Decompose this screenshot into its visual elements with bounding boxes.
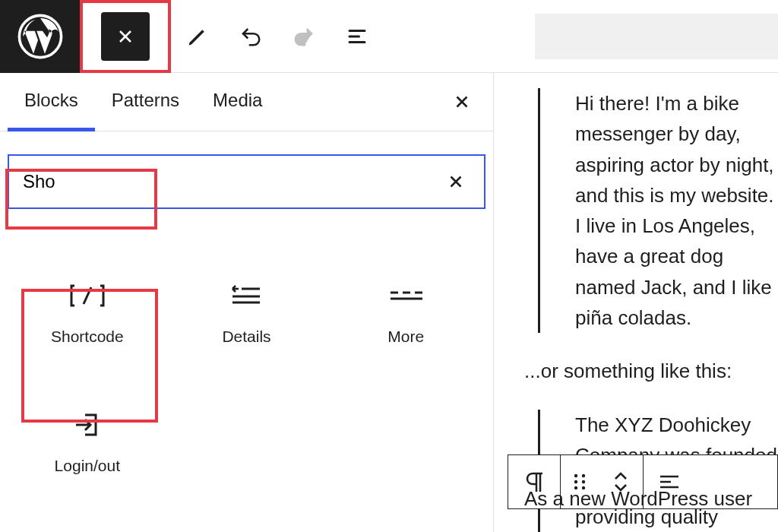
paragraph-text[interactable]: As a new WordPress user [524, 483, 752, 514]
block-inserter-panel: Blocks Patterns Media Shortcode [0, 73, 494, 532]
block-more[interactable]: More [326, 247, 485, 376]
block-label: More [387, 328, 424, 346]
block-results-grid: Shortcode Details More Login/out [0, 217, 493, 532]
wordpress-logo[interactable] [0, 0, 80, 73]
more-icon [389, 277, 422, 314]
search-box [8, 154, 485, 209]
quote-block[interactable]: Hi there! I'm a bike messenger by day, a… [538, 88, 778, 333]
redo-button [277, 0, 330, 73]
editor-canvas[interactable]: Hi there! I'm a bike messenger by day, a… [494, 73, 778, 532]
undo-icon [239, 25, 262, 48]
search-input[interactable] [23, 171, 441, 192]
block-label: Login/out [55, 457, 120, 475]
list-icon [346, 25, 368, 48]
tab-blocks[interactable]: Blocks [8, 73, 95, 131]
top-right-region [535, 14, 778, 59]
paragraph-text[interactable]: ...or something like this: [524, 356, 778, 386]
undo-button[interactable] [224, 0, 277, 73]
svg-point-2 [582, 474, 585, 477]
block-details[interactable]: Details [167, 247, 327, 376]
document-outline-button[interactable] [330, 0, 384, 73]
inserter-close-panel-button[interactable] [446, 86, 478, 118]
block-label: Details [222, 328, 270, 346]
loginout-icon [73, 407, 102, 443]
close-icon [446, 172, 466, 192]
chevron-up-icon [613, 471, 628, 482]
inserter-close-button[interactable] [101, 12, 150, 61]
block-shortcode[interactable]: Shortcode [8, 247, 167, 376]
tab-media[interactable]: Media [196, 73, 279, 131]
paragraph-text[interactable]: Hi there! I'm a bike messenger by day, a… [575, 88, 778, 333]
close-icon [115, 26, 136, 47]
pencil-icon [186, 25, 209, 48]
svg-point-1 [574, 474, 577, 477]
wordpress-icon [17, 14, 63, 59]
inserter-tabs: Blocks Patterns Media [0, 73, 493, 131]
search-clear-button[interactable] [441, 167, 470, 196]
block-loginout[interactable]: Login/out [8, 376, 167, 505]
edit-tool-button[interactable] [171, 0, 224, 73]
details-icon [231, 277, 261, 314]
redo-icon [293, 25, 315, 48]
close-icon [452, 92, 472, 112]
tab-patterns[interactable]: Patterns [95, 73, 196, 131]
block-label: Shortcode [51, 328, 124, 346]
top-toolbar [0, 0, 778, 73]
shortcode-icon [70, 277, 105, 314]
